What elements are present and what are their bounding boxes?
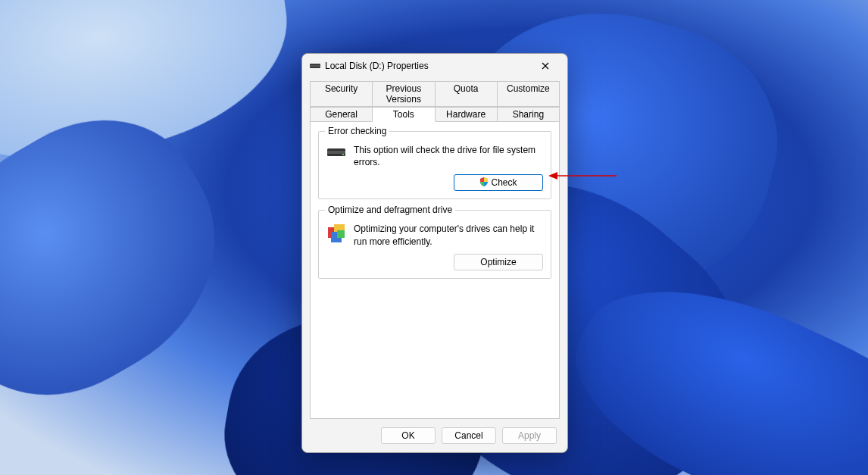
optimize-button[interactable]: Optimize [454, 254, 543, 270]
apply-label: Apply [518, 430, 541, 441]
ok-button[interactable]: OK [381, 427, 436, 444]
tab-panel-tools: Error checking This option will check th… [310, 121, 560, 419]
tab-general[interactable]: General [310, 107, 373, 122]
properties-dialog: Local Disk (D:) Properties Security Prev… [301, 53, 568, 453]
tab-previous-versions[interactable]: Previous Versions [372, 81, 435, 107]
tab-tools[interactable]: Tools [372, 107, 435, 122]
tab-quota[interactable]: Quota [435, 81, 498, 107]
svg-point-4 [342, 154, 344, 155]
group-legend: Error checking [325, 126, 389, 136]
drive-check-icon [326, 144, 348, 165]
svg-rect-8 [337, 230, 345, 238]
error-checking-description: This option will check the drive for fil… [354, 144, 543, 168]
window-title: Local Disk (D:) Properties [325, 61, 531, 71]
titlebar[interactable]: Local Disk (D:) Properties [302, 54, 567, 78]
close-button[interactable] [531, 55, 560, 77]
check-button[interactable]: Check [454, 174, 543, 191]
group-legend: Optimize and defragment drive [325, 205, 455, 215]
tab-hardware[interactable]: Hardware [435, 107, 498, 122]
tab-customize[interactable]: Customize [497, 81, 560, 107]
group-error-checking: Error checking This option will check th… [318, 131, 551, 199]
defrag-icon [326, 223, 348, 244]
svg-rect-3 [327, 151, 345, 154]
tab-sharing[interactable]: Sharing [497, 107, 560, 122]
dialog-footer: OK Cancel Apply [302, 419, 567, 452]
drive-icon [310, 62, 320, 70]
optimize-button-label: Optimize [480, 257, 516, 267]
optimize-description: Optimizing your computer's drives can he… [354, 223, 543, 247]
check-button-label: Check [491, 177, 517, 188]
tab-strip: Security Previous Versions Quota Customi… [310, 81, 560, 122]
tab-security[interactable]: Security [310, 81, 373, 107]
uac-shield-icon [479, 177, 489, 189]
ok-label: OK [401, 430, 414, 441]
apply-button[interactable]: Apply [502, 427, 557, 444]
group-optimize: Optimize and defragment drive Optimizing… [318, 210, 551, 278]
cancel-label: Cancel [454, 430, 482, 441]
cancel-button[interactable]: Cancel [442, 427, 496, 444]
svg-rect-1 [310, 65, 320, 67]
